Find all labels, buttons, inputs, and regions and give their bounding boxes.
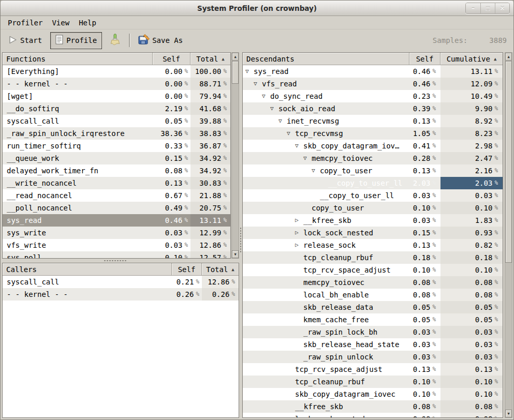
table-row[interactable]: [wget]0.00%79.94%	[3, 90, 230, 102]
tree-row[interactable]: ▽skb_copy_datagram_iov…0.41%2.98%	[243, 140, 503, 152]
tree-row[interactable]: ▷__kfree_skb0.03%1.83%	[243, 214, 503, 227]
tree-row[interactable]: skb_copy_datagram_iovec0.10%0.10%	[243, 388, 503, 400]
expander-open-icon[interactable]: ▽	[278, 115, 287, 127]
expander-closed-icon[interactable]: ▷	[295, 227, 303, 239]
column-header-cumulative[interactable]: Cumulative▲	[440, 53, 503, 65]
function-name: syscall_call	[7, 276, 59, 288]
percent-value: 0.08	[413, 413, 431, 417]
minimize-button[interactable]: –	[466, 3, 480, 13]
column-header-self[interactable]: Self	[153, 53, 190, 65]
tree-row[interactable]: ▽sock_aio_read0.39%9.90%	[243, 102, 503, 115]
functions-vertical-scrollbar[interactable]: ▲ ▼	[231, 52, 239, 259]
horizontal-pane-splitter[interactable]	[2, 259, 239, 263]
scrollbar-thumb[interactable]	[505, 61, 512, 263]
table-row[interactable]: - - kernel - -0.00%88.71%	[3, 78, 230, 90]
tree-row[interactable]: ▽tcp_recvmsg1.05%8.23%	[243, 127, 503, 140]
table-row[interactable]: sys_write0.03%12.99%	[3, 227, 230, 239]
tree-row[interactable]: tcp_cleanup_rbuf0.10%0.10%	[243, 376, 503, 388]
tree-row[interactable]: __copy_to_user_ll2.03%2.03%	[243, 177, 503, 189]
percent-sign: %	[494, 177, 498, 189]
table-row[interactable]: run_timer_softirq0.33%36.87%	[3, 140, 230, 152]
start-button[interactable]: Start	[5, 34, 45, 48]
tree-row[interactable]: skb_release_data0.05%0.05%	[243, 301, 503, 313]
table-row[interactable]: __queue_work0.15%34.92%	[3, 152, 230, 164]
menu-view[interactable]: View	[47, 17, 74, 28]
table-row[interactable]: - - kernel - -0.26%0.26%	[3, 288, 239, 301]
tree-row[interactable]: lock_sock_nested0.08%0.08%	[243, 413, 503, 417]
tree-row[interactable]: tcp_rcv_space_adjust0.13%0.13%	[243, 363, 503, 376]
expander-open-icon[interactable]: ▽	[287, 127, 295, 140]
table-row[interactable]: __read_nocancel0.67%21.88%	[3, 189, 230, 202]
tree-row[interactable]: ▽copy_to_user0.13%2.16%	[243, 164, 503, 177]
table-row[interactable]: syscall_call0.05%39.88%	[3, 115, 230, 127]
tree-row[interactable]: ▽do_sync_read0.23%10.49%	[243, 90, 503, 102]
expander-open-icon[interactable]: ▽	[254, 78, 262, 90]
table-row[interactable]: sys_read0.46%13.11%	[3, 214, 230, 227]
tree-row[interactable]: ▽sys_read0.46%13.11%	[243, 65, 503, 78]
percent-cell: 12.86%	[202, 276, 239, 288]
function-name: sock_aio_read	[278, 102, 335, 115]
expander-open-icon[interactable]: ▽	[295, 140, 303, 152]
column-header-callers[interactable]: Callers	[3, 263, 172, 276]
reset-button[interactable]	[106, 32, 124, 49]
menu-help[interactable]: Help	[74, 17, 101, 28]
tree-row[interactable]: ▷lock_sock_nested0.15%0.93%	[243, 227, 503, 239]
scroll-up-button[interactable]: ▲	[232, 53, 239, 61]
tree-row[interactable]: ▽vfs_read0.46%12.09%	[243, 78, 503, 90]
tree-row[interactable]: ▽memcpy_toiovec0.28%2.47%	[243, 152, 503, 164]
scroll-down-button[interactable]: ▼	[232, 250, 239, 258]
tree-row[interactable]: copy_to_user0.10%0.10%	[243, 202, 503, 214]
maximize-button[interactable]: □	[480, 3, 495, 13]
column-header-functions[interactable]: Functions	[3, 53, 153, 65]
table-row[interactable]: __do_softirq2.19%41.68%	[3, 102, 230, 115]
tree-row[interactable]: kmem_cache_free0.05%0.05%	[243, 313, 503, 326]
tree-row[interactable]: tcp_rcv_space_adjust0.10%0.10%	[243, 264, 503, 276]
expander-closed-icon[interactable]: ▷	[295, 239, 303, 251]
tree-row[interactable]: _raw_spin_unlock0.03%0.03%	[243, 351, 503, 363]
table-row[interactable]: __write_nocancel0.13%30.83%	[3, 177, 230, 189]
expander-open-icon[interactable]: ▽	[270, 102, 278, 115]
table-row[interactable]: vfs_write0.03%12.86%	[3, 239, 230, 251]
table-row[interactable]: delayed_work_timer_fn0.08%34.92%	[3, 164, 230, 177]
titlebar[interactable]: System Profiler (on crownbay) – □ ✕	[1, 1, 513, 16]
tree-row[interactable]: __copy_to_user_ll0.03%0.03%	[243, 189, 503, 202]
descendants-vertical-scrollbar[interactable]: ▲ ▼	[505, 52, 512, 418]
table-row[interactable]: _raw_spin_unlock_irqrestore38.36%38.83%	[3, 127, 230, 140]
tree-row[interactable]: __kfree_skb0.08%0.08%	[243, 400, 503, 413]
table-row[interactable]: sys_poll0.10%12.57%	[3, 251, 230, 258]
column-header-self[interactable]: Self	[172, 263, 202, 276]
save-as-button[interactable]: Save As	[135, 33, 186, 49]
percent-value: 0.03	[413, 351, 431, 363]
scroll-up-button[interactable]: ▲	[505, 53, 512, 61]
function-name-cell: __copy_to_user_ll	[243, 177, 409, 189]
percent-sign: %	[184, 65, 188, 78]
expander-open-icon[interactable]: ▽	[262, 90, 270, 102]
tree-row[interactable]: ▷release_sock0.13%0.82%	[243, 239, 503, 251]
tree-row[interactable]: ▽inet_recvmsg0.13%8.92%	[243, 115, 503, 127]
expander-closed-icon[interactable]: ▷	[295, 214, 303, 227]
tree-row[interactable]: _raw_spin_lock_bh0.03%0.03%	[243, 326, 503, 338]
tree-row[interactable]: local_bh_enable0.08%0.08%	[243, 289, 503, 301]
expander-open-icon[interactable]: ▽	[312, 164, 320, 177]
table-row[interactable]: [Everything]0.00%100.00%	[3, 65, 230, 78]
column-header-total[interactable]: Total▲	[202, 263, 239, 276]
tree-row[interactable]: tcp_cleanup_rbuf0.18%0.18%	[243, 251, 503, 264]
table-row[interactable]: syscall_call0.21%12.86%	[3, 276, 239, 288]
tree-row[interactable]: skb_release_head_state0.03%0.03%	[243, 338, 503, 351]
profile-toggle-button[interactable]: Profile	[50, 32, 102, 49]
menu-profiler[interactable]: Profiler	[3, 17, 47, 28]
percent-cell: 13.11%	[440, 65, 503, 78]
percent-cell: 0.46%	[153, 214, 190, 227]
column-header-total[interactable]: Total▲	[190, 53, 230, 65]
column-header-self[interactable]: Self	[409, 53, 440, 65]
expander-open-icon[interactable]: ▽	[303, 152, 312, 164]
column-header-descendants[interactable]: Descendants	[243, 53, 409, 65]
scroll-down-button[interactable]: ▼	[505, 410, 512, 417]
percent-value: 0.03	[413, 326, 431, 338]
percent-sign: %	[494, 90, 498, 102]
tree-row[interactable]: memcpy_toiovec0.08%0.08%	[243, 276, 503, 289]
close-button[interactable]: ✕	[495, 3, 509, 13]
table-row[interactable]: __poll_nocancel0.49%20.75%	[3, 202, 230, 214]
expander-open-icon[interactable]: ▽	[245, 65, 254, 78]
scrollbar-thumb[interactable]	[232, 61, 239, 84]
